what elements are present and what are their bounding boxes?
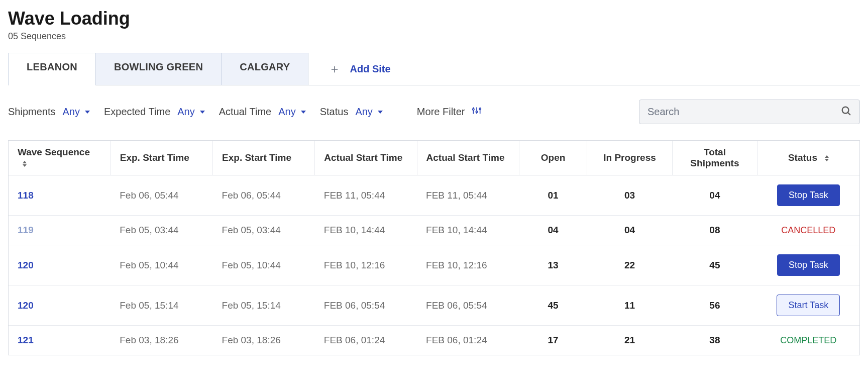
filter-shipments-value-text: Any [63, 106, 80, 118]
site-tabs: LEBANONBOWLING GREENCALGARY ＋ Add Site [8, 53, 860, 85]
wave-sequence-link[interactable]: 118 [9, 175, 111, 216]
status-completed: COMPLETED [780, 335, 836, 345]
open-cell: 04 [519, 216, 587, 245]
plus-icon: ＋ [329, 61, 341, 77]
start-task-button[interactable]: Start Task [777, 295, 840, 316]
add-site-label: Add Site [350, 63, 390, 75]
status-cell: Stop Task [757, 175, 859, 216]
add-site-button[interactable]: ＋ Add Site [329, 53, 390, 85]
col-total-shipments[interactable]: Total Shipments [672, 141, 757, 175]
filter-expected-time-label: Expected Time [104, 106, 170, 118]
tab-site[interactable]: CALGARY [222, 53, 308, 85]
exp-start-2-cell: Feb 06, 05:44 [213, 175, 315, 216]
exp-start-2-cell: Feb 05, 15:14 [213, 285, 315, 326]
filter-shipments-value[interactable]: Any [63, 106, 90, 118]
actual-start-1-cell: FEB 11, 05:44 [315, 175, 417, 216]
exp-start-1-cell: Feb 05, 10:44 [111, 245, 212, 285]
page-title: Wave Loading [8, 8, 860, 29]
col-exp-start-2[interactable]: Exp. Start Time [213, 141, 315, 175]
filter-actual-time-value[interactable]: Any [278, 106, 305, 118]
filter-actual-time-value-text: Any [278, 106, 295, 118]
filter-status-value[interactable]: Any [355, 106, 382, 118]
svg-point-1 [473, 109, 474, 110]
actual-start-2-cell: FEB 06, 05:54 [417, 285, 519, 326]
filters-row: Shipments Any Expected Time Any Actual T… [8, 100, 860, 124]
actual-start-1-cell: FEB 06, 01:24 [315, 326, 417, 355]
actual-start-2-cell: FEB 11, 05:44 [417, 175, 519, 216]
col-exp-start-1[interactable]: Exp. Start Time [111, 141, 212, 175]
filter-shipments: Shipments Any [8, 106, 90, 118]
actual-start-1-cell: FEB 10, 12:16 [315, 245, 417, 285]
filter-expected-time: Expected Time Any [104, 106, 205, 118]
page-header: Wave Loading 05 Sequences [8, 8, 860, 42]
actual-start-2-cell: FEB 10, 14:44 [417, 216, 519, 245]
total-shipments-cell: 08 [672, 216, 757, 245]
actual-start-1-cell: FEB 06, 05:54 [315, 285, 417, 326]
chevron-down-icon [200, 111, 205, 114]
status-cell: Stop Task [757, 245, 859, 285]
more-filter-button[interactable]: More Filter [417, 106, 482, 118]
search-box[interactable] [639, 100, 860, 124]
filter-shipments-label: Shipments [8, 106, 56, 118]
filter-status-label: Status [320, 106, 349, 118]
total-shipments-cell: 45 [672, 245, 757, 285]
col-wave-sequence[interactable]: Wave Sequence [9, 141, 111, 175]
in-progress-cell: 03 [587, 175, 672, 216]
search-icon [840, 105, 851, 119]
col-in-progress[interactable]: In Progress [587, 141, 672, 175]
exp-start-1-cell: Feb 03, 18:26 [111, 326, 212, 355]
actual-start-2-cell: FEB 06, 01:24 [417, 326, 519, 355]
chevron-down-icon [378, 111, 383, 114]
open-cell: 17 [519, 326, 587, 355]
total-shipments-cell: 38 [672, 326, 757, 355]
stop-task-button[interactable]: Stop Task [777, 254, 840, 276]
sort-icon [23, 161, 27, 167]
search-input[interactable] [647, 106, 840, 118]
actual-start-2-cell: FEB 10, 12:16 [417, 245, 519, 285]
open-cell: 13 [519, 245, 587, 285]
status-cell: COMPLETED [757, 326, 859, 355]
col-actual-start-1[interactable]: Actual Start Time [315, 141, 417, 175]
col-open[interactable]: Open [519, 141, 587, 175]
sort-icon [825, 155, 829, 161]
wave-sequence-link[interactable]: 120 [9, 245, 111, 285]
in-progress-cell: 22 [587, 245, 672, 285]
chevron-down-icon [301, 111, 306, 114]
in-progress-cell: 04 [587, 216, 672, 245]
wave-sequence-link[interactable]: 121 [9, 326, 111, 355]
sliders-icon [472, 106, 482, 118]
filter-status: Status Any [320, 106, 383, 118]
svg-line-7 [848, 113, 850, 115]
wave-sequence-link[interactable]: 120 [9, 285, 111, 326]
col-wave-sequence-label: Wave Sequence [18, 147, 90, 157]
tab-site[interactable]: LEBANON [8, 53, 96, 85]
actual-start-1-cell: FEB 10, 14:44 [315, 216, 417, 245]
tab-site[interactable]: BOWLING GREEN [96, 53, 222, 85]
in-progress-cell: 21 [587, 326, 672, 355]
table-row: 120Feb 05, 10:44Feb 05, 10:44FEB 10, 12:… [9, 245, 859, 285]
table-row: 118Feb 06, 05:44Feb 06, 05:44FEB 11, 05:… [9, 175, 859, 216]
filter-expected-time-value-text: Any [177, 106, 194, 118]
table-header-row: Wave Sequence Exp. Start Time Exp. Start… [9, 141, 859, 175]
exp-start-2-cell: Feb 03, 18:26 [213, 326, 315, 355]
stop-task-button[interactable]: Stop Task [777, 184, 840, 206]
status-cell: CANCELLED [757, 216, 859, 245]
status-cell: Start Task [757, 285, 859, 326]
filter-status-value-text: Any [355, 106, 372, 118]
exp-start-2-cell: Feb 05, 03:44 [213, 216, 315, 245]
filter-expected-time-value[interactable]: Any [177, 106, 204, 118]
col-status[interactable]: Status [757, 141, 859, 175]
exp-start-1-cell: Feb 05, 03:44 [111, 216, 212, 245]
chevron-down-icon [85, 111, 90, 114]
svg-point-5 [479, 108, 481, 110]
svg-point-3 [476, 111, 478, 113]
wave-sequence-link[interactable]: 119 [9, 216, 111, 245]
exp-start-1-cell: Feb 06, 05:44 [111, 175, 212, 216]
exp-start-1-cell: Feb 05, 15:14 [111, 285, 212, 326]
status-cancelled: CANCELLED [781, 225, 835, 235]
wave-table: Wave Sequence Exp. Start Time Exp. Start… [8, 140, 860, 355]
total-shipments-cell: 04 [672, 175, 757, 216]
exp-start-2-cell: Feb 05, 10:44 [213, 245, 315, 285]
open-cell: 01 [519, 175, 587, 216]
col-actual-start-2[interactable]: Actual Start Time [417, 141, 519, 175]
